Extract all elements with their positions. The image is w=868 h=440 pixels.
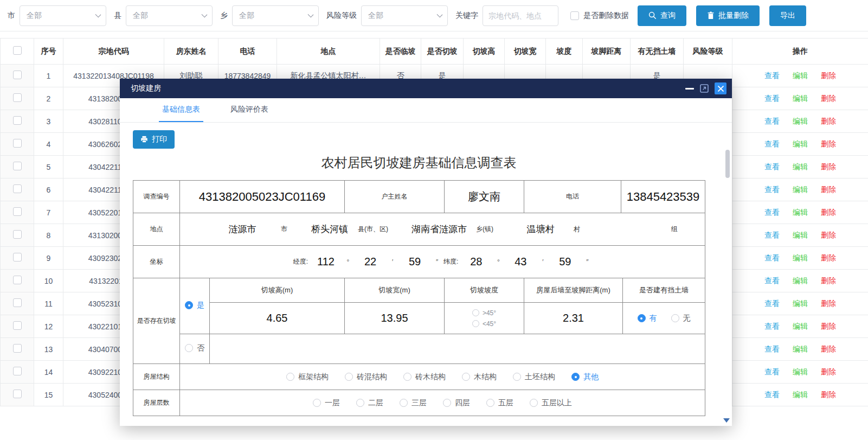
row-checkbox[interactable] [13,162,22,170]
floors-option[interactable]: 一层 [313,398,340,408]
view-link[interactable]: 查看 [764,390,780,399]
cut-yes-option[interactable]: 是 [185,301,204,310]
floors-option[interactable]: 二层 [356,398,383,408]
view-link[interactable]: 查看 [764,162,780,171]
edit-link[interactable]: 编辑 [793,71,808,80]
wall-no-option[interactable]: 无 [671,314,691,323]
edit-link[interactable]: 编辑 [793,345,808,353]
edit-link[interactable]: 编辑 [793,322,808,330]
delete-link[interactable]: 删除 [821,139,836,148]
view-link[interactable]: 查看 [764,94,780,103]
floors-option[interactable]: 三层 [400,398,427,408]
delete-link[interactable]: 删除 [821,117,836,125]
delete-link[interactable]: 删除 [821,367,836,376]
edit-link[interactable]: 编辑 [793,253,808,262]
structure-option[interactable]: 砖混结构 [345,372,387,382]
edit-link[interactable]: 编辑 [793,94,808,103]
edit-link[interactable]: 编辑 [793,276,808,285]
delete-link[interactable]: 删除 [821,231,836,239]
delete-link[interactable]: 删除 [821,162,836,171]
view-link[interactable]: 查看 [764,185,780,194]
row-checkbox[interactable] [13,367,22,375]
delete-link[interactable]: 删除 [821,253,836,262]
view-link[interactable]: 查看 [764,231,780,239]
wall-yes-option[interactable]: 有 [638,314,657,323]
view-link[interactable]: 查看 [764,117,780,125]
scroll-down-icon[interactable] [723,418,730,423]
structure-option[interactable]: 土坯结构 [513,372,555,382]
township-select[interactable]: 全部 [232,5,319,26]
row-checkbox[interactable] [13,139,22,148]
edit-link[interactable]: 编辑 [793,367,808,376]
edit-link[interactable]: 编辑 [793,162,808,171]
view-link[interactable]: 查看 [764,208,780,216]
row-checkbox[interactable] [13,253,22,262]
edit-link[interactable]: 编辑 [793,208,808,216]
view-link[interactable]: 查看 [764,345,780,353]
row-checkbox[interactable] [13,93,22,102]
row-checkbox[interactable] [13,116,22,125]
delete-link[interactable]: 删除 [821,322,836,330]
row-checkbox[interactable] [13,184,22,193]
structure-option[interactable]: 其他 [571,372,599,382]
county-select[interactable]: 全部 [126,5,213,26]
close-icon[interactable] [715,82,726,94]
edit-link[interactable]: 编辑 [793,390,808,399]
edit-link[interactable]: 编辑 [793,299,808,308]
row-checkbox[interactable] [13,344,22,353]
edit-link[interactable]: 编辑 [793,139,808,148]
longitude-sec: 59 [399,256,430,268]
batch-delete-button[interactable]: 批量删除 [696,5,760,26]
delete-link[interactable]: 删除 [821,299,836,308]
row-checkbox[interactable] [13,298,22,307]
floors-option[interactable]: 五层以上 [530,398,572,408]
delete-link[interactable]: 删除 [821,94,836,103]
floors-option[interactable]: 四层 [443,398,470,408]
structure-option[interactable]: 木结构 [462,372,497,382]
row-checkbox[interactable] [13,276,22,284]
view-link[interactable]: 查看 [764,139,780,148]
delete-link[interactable]: 删除 [821,345,836,353]
delete-link[interactable]: 删除 [821,71,836,80]
city-select[interactable]: 全部 [20,5,106,26]
select-all-checkbox[interactable] [13,46,22,55]
minimize-icon[interactable] [685,88,694,90]
row-checkbox[interactable] [13,71,22,79]
view-link[interactable]: 查看 [764,276,780,285]
slope-gt45-option[interactable]: >45° [472,309,496,317]
print-button[interactable]: 打印 [133,130,175,149]
cut-slope-modal: 切坡建房 基础信息表 风险评价表 打印 农村居民切坡建房基础信息调查表 [120,79,732,426]
risk-select[interactable]: 全部 [361,5,448,26]
delete-link[interactable]: 删除 [821,276,836,285]
view-link[interactable]: 查看 [764,322,780,330]
row-checkbox[interactable] [13,230,22,239]
keyword-input[interactable] [483,5,558,26]
query-button[interactable]: 查询 [638,5,686,26]
scrollbar-thumb[interactable] [725,150,730,178]
delete-link[interactable]: 删除 [821,390,836,399]
view-link[interactable]: 查看 [764,71,780,80]
structure-option[interactable]: 框架结构 [286,372,329,382]
maximize-icon[interactable] [699,84,709,93]
export-button[interactable]: 导出 [769,5,806,26]
slope-lt45-option[interactable]: <45° [472,320,496,328]
tab-basic-info[interactable]: 基础信息表 [159,98,203,122]
edit-link[interactable]: 编辑 [793,117,808,125]
edit-link[interactable]: 编辑 [793,231,808,239]
view-link[interactable]: 查看 [764,299,780,308]
delete-link[interactable]: 删除 [821,185,836,194]
view-link[interactable]: 查看 [764,253,780,262]
row-checkbox[interactable] [13,390,22,398]
delete-link[interactable]: 删除 [821,208,836,216]
structure-option[interactable]: 砖木结构 [403,372,446,382]
view-link[interactable]: 查看 [764,367,780,376]
deleted-data-checkbox[interactable] [570,11,579,20]
chevron-down-icon [95,11,101,17]
modal-scrollbar[interactable] [724,150,731,421]
tab-risk-evaluation[interactable]: 风险评价表 [227,98,272,122]
row-checkbox[interactable] [13,207,22,216]
floors-option[interactable]: 五层 [486,398,513,408]
cut-no-option[interactable]: 否 [185,343,204,353]
edit-link[interactable]: 编辑 [793,185,808,194]
row-checkbox[interactable] [13,321,22,330]
